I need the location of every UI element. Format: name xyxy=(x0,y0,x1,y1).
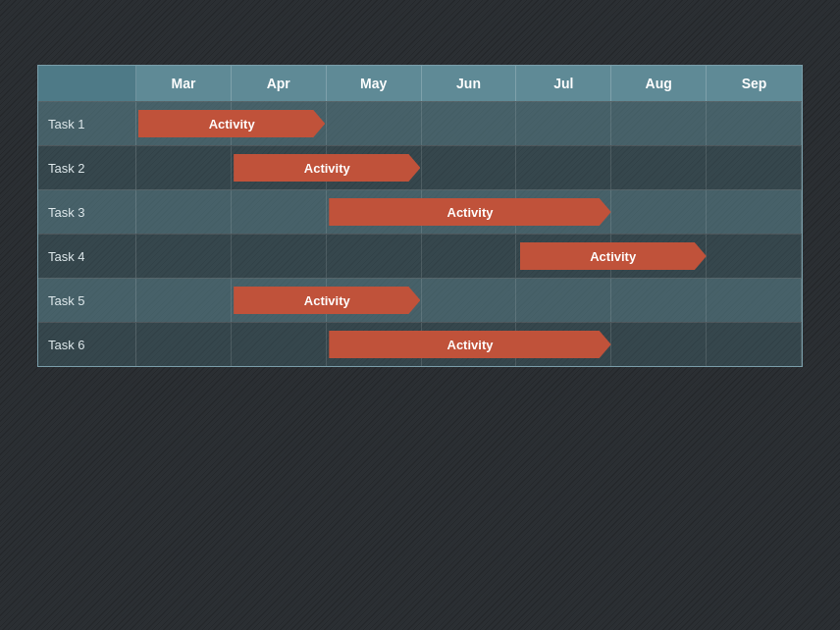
gantt-cell-r4-c3 xyxy=(422,279,517,322)
header-cell-0 xyxy=(38,66,136,101)
header-cell-3: May xyxy=(327,66,422,101)
task-label-2: Task 3 xyxy=(38,190,136,234)
gantt-cell-r0-c3 xyxy=(422,102,517,145)
gantt-cell-r2-c0 xyxy=(136,190,232,234)
gantt-cell-r0-c5 xyxy=(611,102,707,145)
table-row: Task 5Activity xyxy=(38,278,802,322)
gantt-cell-r4-c6 xyxy=(707,279,802,322)
table-row: Task 1Activity xyxy=(38,101,802,145)
header-cell-7: Sep xyxy=(707,66,802,101)
gantt-cell-r5-c6 xyxy=(707,323,802,366)
gantt-cell-r5-c5 xyxy=(611,323,707,366)
activity-bar-5: Activity xyxy=(329,331,610,358)
gantt-cell-r1-c5 xyxy=(611,146,707,189)
gantt-chart: MarAprMayJunJulAugSepTask 1ActivityTask … xyxy=(37,65,803,367)
gantt-cell-r5-c1 xyxy=(232,323,327,366)
activity-bar-1: Activity xyxy=(234,154,420,182)
table-row: Task 2Activity xyxy=(38,145,802,189)
task-label-3: Task 4 xyxy=(38,235,136,278)
activity-bar-0: Activity xyxy=(138,110,325,137)
gantt-cell-r5-c0 xyxy=(136,323,232,366)
task-label-1: Task 2 xyxy=(38,146,136,189)
gantt-cell-r3-c2 xyxy=(327,235,422,278)
task-label-4: Task 5 xyxy=(38,279,136,322)
gantt-cell-r1-c0 xyxy=(136,146,232,189)
gantt-header: MarAprMayJunJulAugSep xyxy=(38,66,802,101)
gantt-cell-r3-c6 xyxy=(707,235,802,278)
header-cell-1: Mar xyxy=(136,66,232,101)
gantt-cell-r2-c6 xyxy=(707,190,802,234)
gantt-cell-r2-c1 xyxy=(232,190,327,234)
gantt-cell-r3-c1 xyxy=(232,235,327,278)
gantt-cell-r3-c3 xyxy=(422,235,517,278)
header-cell-4: Jun xyxy=(422,66,517,101)
gantt-cell-r0-c4 xyxy=(516,102,611,145)
activity-bar-2: Activity xyxy=(329,198,610,226)
gantt-cell-r0-c6 xyxy=(707,102,802,145)
gantt-cell-r4-c4 xyxy=(516,279,611,322)
activity-bar-4: Activity xyxy=(234,287,420,314)
task-label-0: Task 1 xyxy=(38,102,136,145)
gantt-cell-r4-c0 xyxy=(136,279,232,322)
table-row: Task 3Activity xyxy=(38,189,802,234)
gantt-cell-r2-c5 xyxy=(611,190,707,234)
header-cell-5: Jul xyxy=(516,66,611,101)
gantt-cell-r1-c4 xyxy=(516,146,611,189)
table-row: Task 4Activity xyxy=(38,234,802,278)
header-cell-2: Apr xyxy=(232,66,327,101)
gantt-cell-r1-c3 xyxy=(422,146,517,189)
header-cell-6: Aug xyxy=(611,66,707,101)
task-label-5: Task 6 xyxy=(38,323,136,366)
table-row: Task 6Activity xyxy=(38,322,802,366)
gantt-cell-r1-c6 xyxy=(707,146,802,189)
gantt-cell-r0-c2 xyxy=(327,102,422,145)
activity-bar-3: Activity xyxy=(520,242,707,270)
gantt-cell-r4-c5 xyxy=(611,279,707,322)
gantt-cell-r3-c0 xyxy=(136,235,232,278)
